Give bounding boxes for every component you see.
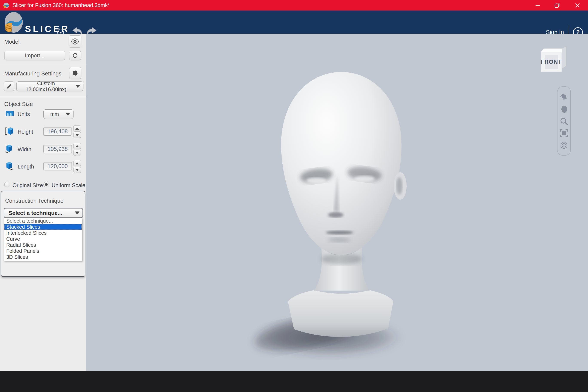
pan-icon[interactable] — [560, 105, 568, 113]
left-settings-panel: Model Import... Manufacturing Settings C… — [0, 34, 86, 371]
spin-down-button[interactable] — [74, 167, 81, 173]
import-button[interactable]: Import... — [4, 51, 65, 60]
eye-icon — [71, 38, 79, 45]
close-button[interactable] — [568, 0, 587, 10]
model-viewport[interactable]: FRONT — [86, 34, 588, 371]
chevron-down-icon — [76, 85, 80, 88]
minimize-button[interactable] — [528, 0, 547, 10]
dropdown-option-selected[interactable]: Stacked Slices — [4, 224, 82, 230]
spin-up-button[interactable] — [74, 125, 81, 132]
spin-down-button[interactable] — [74, 150, 81, 156]
height-label: Height — [18, 129, 33, 135]
length-spinner — [74, 160, 81, 173]
viewport-nav-toolbar — [557, 86, 571, 156]
pencil-icon — [6, 84, 12, 89]
height-dimension-icon — [5, 126, 14, 136]
dropdown-option[interactable]: Interlocked Slices — [4, 230, 82, 236]
minimize-icon — [535, 2, 540, 8]
width-input[interactable] — [44, 145, 72, 153]
chevron-down-icon — [66, 112, 70, 116]
triangle-down-icon — [76, 152, 79, 154]
orbit-icon[interactable] — [560, 92, 568, 101]
units-value: mm — [44, 111, 66, 117]
spin-up-button[interactable] — [74, 143, 81, 149]
units-ruler-icon — [6, 110, 14, 117]
width-label: Width — [18, 146, 32, 152]
gear-icon — [72, 70, 79, 76]
manufacturing-preset-value: Custom 12.00inx16.00inx( — [16, 80, 76, 92]
triangle-up-icon — [76, 162, 79, 164]
viewcube-right-face[interactable] — [562, 46, 566, 69]
refresh-icon — [72, 53, 78, 59]
model-base — [288, 290, 393, 337]
edit-preset-button[interactable] — [4, 82, 14, 91]
width-spinner — [74, 143, 81, 156]
zoom-icon[interactable] — [560, 117, 568, 125]
model-head — [281, 72, 402, 255]
original-size-radio[interactable] — [4, 182, 10, 188]
manufacturing-settings-button[interactable] — [69, 67, 81, 79]
refresh-button[interactable] — [69, 51, 81, 60]
maximize-restore-button[interactable] — [548, 0, 566, 10]
viewcube-front-label: FRONT — [541, 59, 562, 65]
height-spinner — [74, 125, 81, 138]
title-bar: Slicer for Fusion 360: humanhead.3dmk* — [0, 0, 588, 10]
app-icon — [2, 2, 10, 9]
human-head-model[interactable] — [236, 58, 447, 363]
triangle-down-icon — [76, 134, 79, 136]
construction-technique-select[interactable]: Select a technique... — [4, 208, 83, 218]
dropdown-option[interactable]: 3D Slices — [4, 254, 82, 260]
manufacturing-heading: Manufacturing Settings — [4, 70, 62, 77]
section-divider — [0, 96, 86, 96]
object-size-heading: Object Size — [4, 101, 33, 108]
section-divider — [0, 65, 86, 65]
length-label: Length — [18, 164, 34, 170]
close-icon — [575, 2, 580, 8]
uniform-scale-label: Uniform Scale — [52, 182, 85, 188]
original-size-label: Original Size — [12, 182, 43, 188]
import-button-label: Import... — [25, 52, 45, 59]
construction-heading: Construction Technique — [5, 198, 64, 204]
visibility-button[interactable] — [69, 36, 81, 48]
spin-up-button[interactable] — [74, 160, 81, 166]
length-input[interactable] — [44, 162, 72, 170]
chevron-down-icon — [75, 212, 80, 214]
triangle-up-icon — [76, 145, 79, 147]
dropdown-option[interactable]: Radial Slices — [4, 242, 82, 248]
window-title: Slicer for Fusion 360: humanhead.3dmk* — [12, 2, 110, 8]
dropdown-option[interactable]: Curve — [4, 236, 82, 242]
view-cube[interactable]: FRONT — [539, 46, 569, 74]
width-dimension-icon — [5, 144, 14, 154]
main-nav-bar: SLICER FOR FUSION 360 Sign In ? — [0, 10, 588, 34]
spin-down-button[interactable] — [74, 132, 81, 138]
uniform-scale-radio[interactable] — [44, 182, 49, 188]
viewcube-top-face[interactable] — [541, 48, 565, 52]
slicer-logo-icon — [4, 12, 24, 33]
dropdown-option[interactable]: Folded Panels — [4, 248, 82, 254]
fit-view-icon[interactable] — [560, 129, 568, 137]
display-settings-icon[interactable] — [560, 141, 568, 150]
length-dimension-icon — [5, 162, 14, 171]
units-label: Units — [18, 111, 30, 117]
triangle-up-icon — [76, 128, 79, 130]
restore-icon — [554, 2, 560, 8]
height-input[interactable] — [44, 127, 72, 136]
triangle-down-icon — [76, 169, 79, 171]
construction-select-value: Select a technique... — [8, 210, 75, 216]
model-section-heading: Model — [4, 38, 20, 45]
construction-technique-dropdown: Select a technique... Stacked Slices Int… — [4, 218, 82, 261]
units-select[interactable]: mm — [44, 110, 74, 119]
windows-taskbar: Suche 1° — [0, 371, 588, 392]
dropdown-option[interactable]: Select a technique... — [4, 218, 82, 224]
viewcube-front-face[interactable]: FRONT — [541, 52, 562, 72]
manufacturing-preset-select[interactable]: Custom 12.00inx16.00inx( — [16, 82, 84, 91]
